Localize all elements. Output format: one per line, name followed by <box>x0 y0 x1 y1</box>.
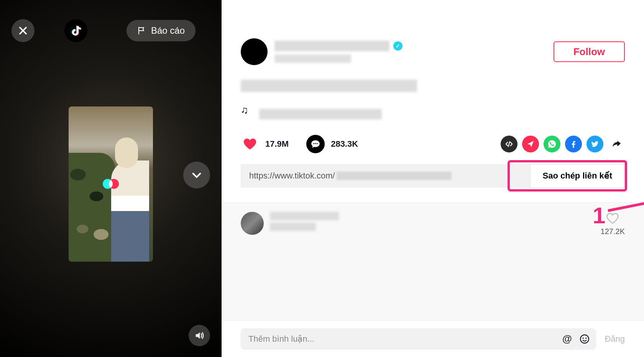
share-icons <box>501 136 625 152</box>
mention-icon[interactable]: @ <box>562 334 572 344</box>
comment-input[interactable]: Thêm bình luận... @ <box>241 328 596 350</box>
heart-icon <box>241 135 259 153</box>
share-forward-button[interactable] <box>608 136 625 152</box>
video-thumbnail[interactable] <box>69 106 153 262</box>
volume-icon <box>194 330 205 341</box>
comments-area: 127.2K <box>222 202 644 320</box>
share-send-button[interactable] <box>522 136 539 152</box>
comment-stat[interactable]: 283.3K <box>306 135 358 153</box>
video-url-redacted <box>337 172 452 180</box>
music-note-icon: ♫ <box>241 104 248 116</box>
tiktok-icon <box>69 24 83 38</box>
share-embed-button[interactable] <box>501 136 518 152</box>
app-root: Báo cáo Follow <box>0 0 644 357</box>
video-pane: Báo cáo <box>0 0 222 357</box>
whatsapp-icon <box>547 139 557 149</box>
tiktok-logo[interactable] <box>64 19 87 42</box>
author-displayname-redacted <box>274 54 351 63</box>
svg-point-5 <box>586 337 587 339</box>
comment-item: 127.2K <box>241 212 625 236</box>
loading-spinner-icon <box>103 176 119 192</box>
report-button[interactable]: Báo cáo <box>127 20 196 41</box>
share-whatsapp-button[interactable] <box>544 136 560 152</box>
commenter-name-redacted <box>270 212 339 220</box>
video-url-field[interactable]: https://www.tiktok.com/ <box>241 164 530 188</box>
send-icon <box>526 140 535 148</box>
detail-pane: Follow ♫ 17.9M 283.3K <box>222 0 644 357</box>
embed-icon <box>505 140 513 148</box>
music-title-redacted <box>259 109 382 120</box>
flag-icon <box>137 26 146 35</box>
facebook-icon <box>569 139 578 149</box>
comment-text-redacted <box>270 223 316 231</box>
like-stat[interactable]: 17.9M <box>241 135 289 153</box>
copy-link-button[interactable]: Sao chép liên kết <box>530 164 625 188</box>
heart-outline-icon <box>606 212 619 225</box>
music-row[interactable]: ♫ <box>241 100 644 120</box>
comment-count: 283.3K <box>331 139 358 149</box>
svg-point-0 <box>313 143 314 144</box>
next-video-button[interactable] <box>183 162 210 188</box>
comment-like-count: 127.2K <box>601 227 625 236</box>
author-name-block <box>274 41 402 63</box>
share-twitter-button[interactable] <box>586 136 603 152</box>
profile-row: Follow <box>222 0 644 65</box>
svg-point-4 <box>583 337 584 339</box>
comment-input-row: Thêm bình luận... @ Đăng <box>222 320 644 357</box>
link-row: https://www.tiktok.com/ Sao chép liên kế… <box>241 164 625 188</box>
svg-point-3 <box>581 335 589 343</box>
verified-badge-icon <box>393 41 402 51</box>
share-facebook-button[interactable] <box>565 136 582 152</box>
svg-point-1 <box>315 143 316 144</box>
author-username-redacted <box>274 41 389 51</box>
close-button[interactable] <box>12 19 34 42</box>
close-icon <box>18 25 28 36</box>
stats-row: 17.9M 283.3K <box>241 135 625 153</box>
emoji-icon[interactable] <box>579 334 590 344</box>
volume-button[interactable] <box>189 325 210 346</box>
author-avatar[interactable] <box>241 38 268 65</box>
follow-button[interactable]: Follow <box>554 41 625 62</box>
video-caption-redacted <box>241 80 417 92</box>
video-url-prefix: https://www.tiktok.com/ <box>249 171 335 181</box>
forward-icon <box>611 138 622 150</box>
post-comment-button[interactable]: Đăng <box>605 334 625 344</box>
comment-like[interactable]: 127.2K <box>601 212 625 236</box>
comment-placeholder: Thêm bình luận... <box>248 334 314 344</box>
comment-icon <box>306 135 325 153</box>
report-label: Báo cáo <box>151 25 185 36</box>
commenter-avatar[interactable] <box>241 212 264 235</box>
chevron-down-icon <box>191 169 203 181</box>
like-count: 17.9M <box>265 139 289 149</box>
comment-body <box>270 212 339 236</box>
twitter-icon <box>591 140 599 148</box>
svg-point-2 <box>317 143 318 144</box>
